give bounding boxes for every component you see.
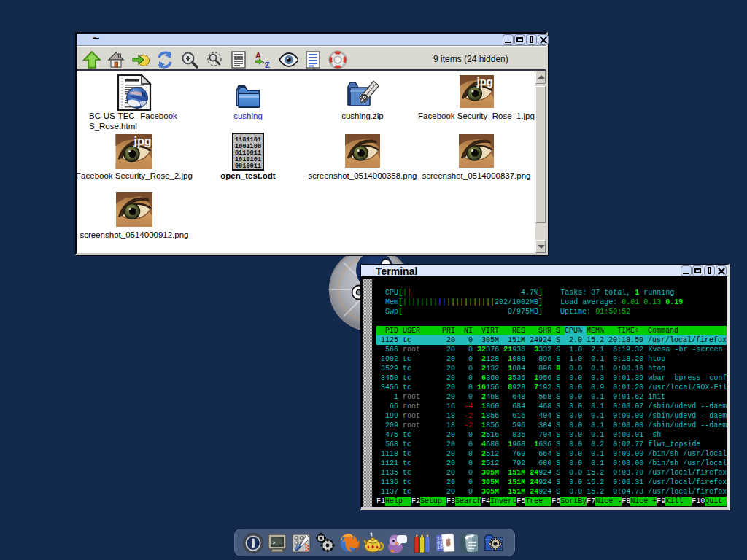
svg-text:jpg: jpg	[133, 135, 152, 147]
svg-text:jpg: jpg	[476, 75, 494, 88]
svg-text:>_: >_	[272, 540, 279, 546]
svg-text:A: A	[255, 51, 261, 60]
svg-text:0010011: 0010011	[235, 163, 261, 170]
svg-text:Z: Z	[265, 61, 270, 69]
